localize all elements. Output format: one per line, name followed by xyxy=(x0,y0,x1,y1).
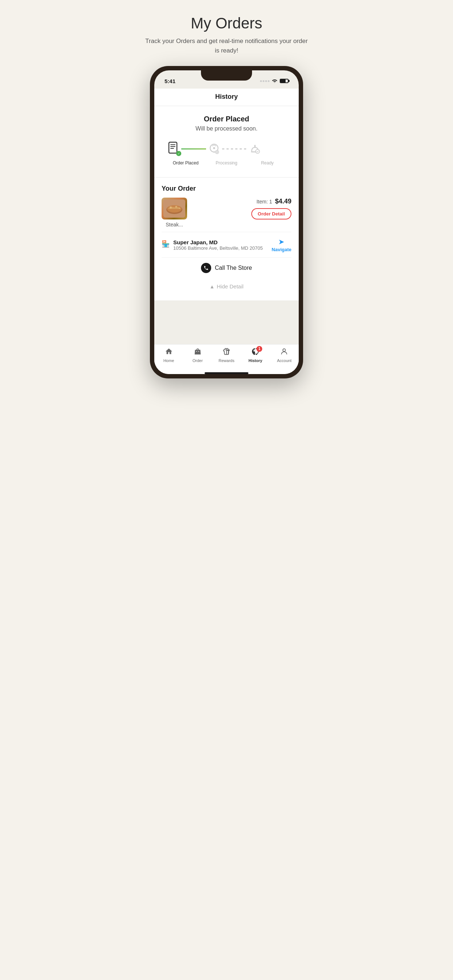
step-processing: Processing xyxy=(206,141,247,165)
ready-icon xyxy=(247,141,263,157)
tab-history[interactable]: 1 History xyxy=(241,347,270,363)
green-badge: ✓ xyxy=(176,151,181,156)
store-left: 🏪 Super Japan, MD 10506 Baltimore Ave, B… xyxy=(161,239,263,251)
store-details: Super Japan, MD 10506 Baltimore Ave, Bel… xyxy=(173,239,263,251)
app-content: History Order Placed Will be processed s… xyxy=(154,89,299,374)
svg-rect-10 xyxy=(254,145,256,147)
home-indicator xyxy=(205,372,248,374)
hide-detail-label: Hide Detail xyxy=(217,283,243,290)
call-store-label: Call The Store xyxy=(215,265,252,271)
screen-header: History xyxy=(154,89,299,106)
svg-rect-3 xyxy=(170,148,174,149)
status-icons xyxy=(260,78,289,84)
processing-icon xyxy=(206,141,222,157)
store-icon: 🏪 xyxy=(161,240,170,248)
phone-notch xyxy=(201,70,252,81)
page-wrapper: My Orders Track your Orders and get real… xyxy=(135,14,318,379)
svg-point-6 xyxy=(214,151,215,153)
signal-dot-4 xyxy=(268,80,270,82)
page-subtitle: Track your Orders and get real-time noti… xyxy=(143,37,310,55)
page-header: My Orders Track your Orders and get real… xyxy=(135,14,318,55)
order-detail-button[interactable]: Order Detail xyxy=(251,208,292,220)
svg-rect-0 xyxy=(169,142,177,153)
food-image xyxy=(161,197,187,220)
phone-icon xyxy=(201,263,211,273)
order-placed-subtitle: Will be processed soon. xyxy=(161,126,292,132)
signal-dot-3 xyxy=(265,80,267,82)
home-tab-icon xyxy=(165,347,173,357)
step-icon-row-3 xyxy=(247,141,288,157)
tab-bar: Home Order Rewards xyxy=(154,344,299,370)
call-store-row[interactable]: Call The Store xyxy=(161,258,292,278)
history-tab-icon: 1 xyxy=(251,347,259,357)
order-placed-title: Order Placed xyxy=(161,115,292,123)
svg-point-15 xyxy=(170,206,172,208)
order-status-section: Order Placed Will be processed soon. xyxy=(154,106,299,171)
svg-point-8 xyxy=(216,151,218,153)
chevron-up-icon: ▲ xyxy=(209,284,214,290)
store-address: 10506 Baltimore Ave, Beltsville, MD 2070… xyxy=(173,245,263,251)
tab-rewards-label: Rewards xyxy=(219,358,234,363)
your-order-title: Your Order xyxy=(161,185,292,192)
navigate-button[interactable]: ➤ Navigate xyxy=(272,237,292,252)
svg-rect-1 xyxy=(170,145,175,145)
step-order-placed: ✓ Order Placed xyxy=(165,141,206,165)
section-divider xyxy=(154,177,299,178)
your-order-section: Your Order xyxy=(154,183,299,301)
order-tab-icon xyxy=(194,347,202,357)
svg-point-16 xyxy=(175,206,177,208)
food-name: Steak... xyxy=(166,222,183,228)
item-price-row: Item: 1 $4.49 xyxy=(257,197,292,205)
order-meta: Item: 1 $4.49 Order Detail xyxy=(251,197,292,220)
battery-fill xyxy=(281,80,286,83)
step-icon-row-2 xyxy=(206,141,247,157)
tab-order-label: Order xyxy=(193,358,203,363)
signal-dot-1 xyxy=(260,80,262,82)
signal-dots-icon xyxy=(260,80,270,82)
hide-detail-row[interactable]: ▲ Hide Detail xyxy=(161,278,292,294)
account-tab-icon xyxy=(280,347,288,357)
step-line-1 xyxy=(181,148,206,150)
tab-rewards[interactable]: Rewards xyxy=(212,347,241,363)
signal-dot-2 xyxy=(263,80,265,82)
screen-title: History xyxy=(160,93,293,106)
tab-account[interactable]: Account xyxy=(270,347,299,363)
scroll-content[interactable]: Order Placed Will be processed soon. xyxy=(154,106,299,344)
order-placed-icon: ✓ xyxy=(165,141,181,157)
tab-home-label: Home xyxy=(163,358,174,363)
history-badge: 1 xyxy=(257,346,262,352)
tab-account-label: Account xyxy=(277,358,292,363)
step-icon-row-1: ✓ xyxy=(165,141,206,157)
wifi-icon xyxy=(272,78,278,84)
page-title: My Orders xyxy=(143,14,310,32)
store-name: Super Japan, MD xyxy=(173,239,263,245)
svg-rect-2 xyxy=(170,146,175,147)
gray-section xyxy=(154,301,299,344)
svg-point-5 xyxy=(213,147,215,149)
order-item-row: Steak... Item: 1 $4.49 Order Detail xyxy=(161,197,292,228)
svg-point-18 xyxy=(283,349,286,352)
navigate-arrow-icon: ➤ xyxy=(278,237,284,246)
step-line-2 xyxy=(222,148,247,150)
rewards-tab-icon xyxy=(222,347,231,357)
status-time: 5:41 xyxy=(164,78,175,84)
battery-icon xyxy=(280,79,289,83)
tab-order[interactable]: Order xyxy=(183,347,212,363)
step-ready: Ready xyxy=(247,141,288,165)
step-label-1: Order Placed xyxy=(173,161,199,165)
store-info-row: 🏪 Super Japan, MD 10506 Baltimore Ave, B… xyxy=(161,232,292,258)
item-count: Item: 1 xyxy=(257,199,272,205)
phone-inner: 5:41 xyxy=(154,70,299,374)
item-price: $4.49 xyxy=(275,197,292,205)
tab-history-label: History xyxy=(248,358,262,363)
phone-frame: 5:41 xyxy=(150,66,303,379)
step-label-2: Processing xyxy=(215,161,237,165)
progress-steps: ✓ Order Placed xyxy=(161,141,292,165)
step-label-3: Ready xyxy=(261,161,274,165)
navigate-label: Navigate xyxy=(272,247,292,252)
svg-point-17 xyxy=(179,207,180,209)
tab-home[interactable]: Home xyxy=(154,347,183,363)
